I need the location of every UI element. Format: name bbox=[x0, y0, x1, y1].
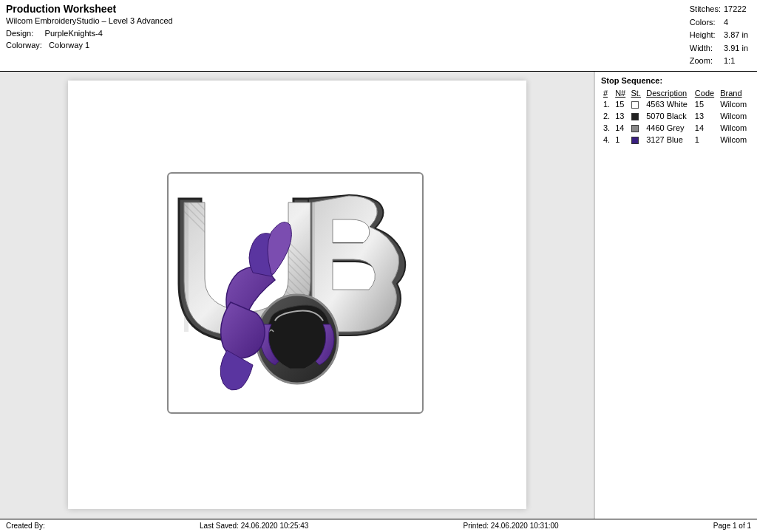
row-brand: Wilcom bbox=[718, 98, 751, 110]
header-right: Stitches: 17222 Colors: 4 Height: 3.87 i… bbox=[690, 3, 751, 68]
row-nnum: 1 bbox=[613, 134, 628, 146]
row-num: 3. bbox=[601, 122, 613, 134]
stitches-label: Stitches: bbox=[690, 3, 724, 16]
design-row: Design: PurpleKnights-4 bbox=[6, 27, 173, 40]
table-row: 1. 15 4563 White 15 Wilcom bbox=[601, 98, 751, 110]
col-nnum: N# bbox=[613, 88, 628, 98]
row-nnum: 13 bbox=[613, 110, 628, 122]
row-code-num: 5070 Black bbox=[644, 110, 693, 122]
header-left: Production Worksheet Wilcom EmbroiderySt… bbox=[6, 3, 173, 52]
row-code-num: 3127 Blue bbox=[644, 134, 693, 146]
color-swatch-icon bbox=[631, 137, 639, 144]
height-value: 3.87 in bbox=[724, 29, 751, 42]
colorway-label: Colorway: bbox=[6, 41, 42, 50]
row-code-num: 4460 Grey bbox=[644, 122, 693, 134]
col-num: # bbox=[601, 88, 613, 98]
row-brand: Wilcom bbox=[718, 110, 751, 122]
design-value: PurpleKnights-4 bbox=[45, 29, 103, 38]
stats-table: Stitches: 17222 Colors: 4 Height: 3.87 i… bbox=[690, 3, 751, 68]
row-num: 2. bbox=[601, 110, 613, 122]
color-swatch-icon bbox=[631, 125, 639, 132]
col-code: Code bbox=[693, 88, 718, 98]
row-swatch bbox=[629, 110, 645, 122]
row-num: 4. bbox=[601, 134, 613, 146]
zoom-label: Zoom: bbox=[690, 55, 724, 68]
row-code: 13 bbox=[693, 110, 718, 122]
subtitle: Wilcom EmbroideryStudio – Level 3 Advanc… bbox=[6, 15, 173, 27]
main-content: Stop Sequence: # N# St. Description Code… bbox=[0, 72, 757, 519]
row-code: 14 bbox=[693, 122, 718, 134]
created-by: Created By: bbox=[6, 522, 45, 530]
row-nnum: 14 bbox=[613, 122, 628, 134]
page-footer: Created By: Last Saved: 24.06.2020 10:25… bbox=[0, 519, 757, 532]
col-brand: Brand bbox=[718, 88, 751, 98]
col-description: Description bbox=[644, 88, 693, 98]
row-code: 1 bbox=[693, 134, 718, 146]
row-num: 1. bbox=[601, 98, 613, 110]
row-swatch bbox=[629, 98, 645, 110]
page-title: Production Worksheet bbox=[6, 3, 173, 15]
row-brand: Wilcom bbox=[718, 134, 751, 146]
colors-value: 4 bbox=[724, 16, 751, 30]
colorway-value: Colorway 1 bbox=[49, 41, 89, 50]
page-number: Page 1 of 1 bbox=[713, 522, 751, 530]
last-saved: Last Saved: 24.06.2020 10:25:43 bbox=[200, 522, 308, 530]
row-code: 15 bbox=[693, 98, 718, 110]
embroidery-svg bbox=[164, 169, 430, 420]
height-label: Height: bbox=[690, 29, 724, 42]
color-swatch-icon bbox=[631, 113, 639, 120]
row-code-num: 4563 White bbox=[644, 98, 693, 110]
canvas-area bbox=[0, 72, 594, 519]
row-brand: Wilcom bbox=[718, 122, 751, 134]
table-header-row: # N# St. Description Code Brand bbox=[601, 88, 751, 98]
page-header: Production Worksheet Wilcom EmbroiderySt… bbox=[0, 0, 757, 72]
design-label: Design: bbox=[6, 29, 33, 38]
width-value: 3.91 in bbox=[724, 42, 751, 55]
table-row: 4. 1 3127 Blue 1 Wilcom bbox=[601, 134, 751, 146]
table-row: 2. 13 5070 Black 13 Wilcom bbox=[601, 110, 751, 122]
row-swatch bbox=[629, 134, 645, 146]
row-nnum: 15 bbox=[613, 98, 628, 110]
row-swatch bbox=[629, 122, 645, 134]
color-swatch-icon bbox=[631, 101, 639, 109]
colors-label: Colors: bbox=[690, 16, 724, 30]
width-label: Width: bbox=[690, 42, 724, 55]
sidebar: Stop Sequence: # N# St. Description Code… bbox=[594, 72, 757, 519]
stitches-value: 17222 bbox=[724, 3, 751, 16]
printed: Printed: 24.06.2020 10:31:00 bbox=[464, 522, 559, 530]
design-page bbox=[68, 81, 526, 509]
table-row: 3. 14 4460 Grey 14 Wilcom bbox=[601, 122, 751, 134]
svg-rect-11 bbox=[184, 202, 189, 332]
colorway-row: Colorway: Colorway 1 bbox=[6, 39, 173, 52]
stop-sequence-title: Stop Sequence: bbox=[601, 76, 751, 85]
col-st: St. bbox=[629, 88, 645, 98]
stop-table: # N# St. Description Code Brand 1. 15 45… bbox=[601, 88, 751, 146]
zoom-value: 1:1 bbox=[724, 55, 751, 68]
